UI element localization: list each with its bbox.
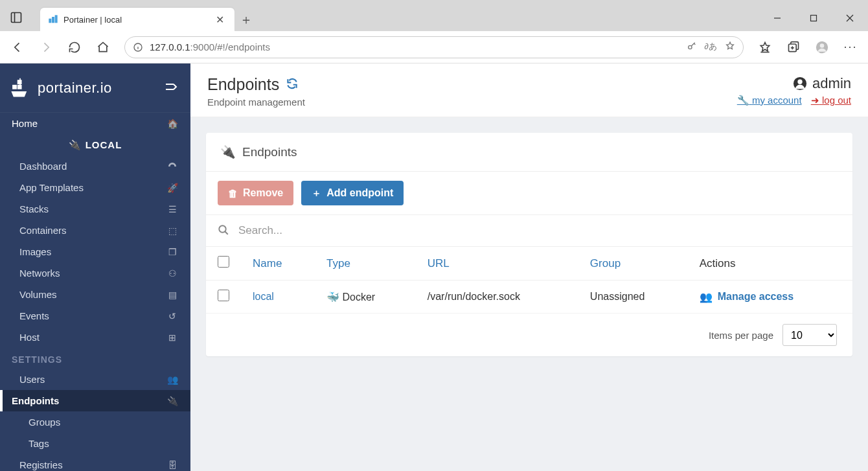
brand-icon — [9, 77, 31, 99]
plug-icon: 🔌 — [69, 139, 82, 151]
sidebar-item-groups[interactable]: Groups — [0, 411, 190, 433]
main-content: Endpoints Endpoint management admin 🔧 my… — [190, 63, 868, 471]
table-row: local 🐳 Docker /var/run/docker.sock Unas… — [206, 281, 852, 314]
refresh-icon[interactable] — [286, 75, 299, 94]
manage-access-link[interactable]: 👥Manage access — [700, 291, 794, 303]
new-tab-button[interactable]: ＋ — [234, 8, 258, 31]
nav-refresh[interactable] — [62, 35, 87, 60]
logout-link[interactable]: ➜ log out — [811, 95, 851, 106]
collections-icon[interactable] — [781, 35, 806, 60]
sidebar-item-images[interactable]: Images❐ — [0, 241, 190, 262]
svg-point-23 — [797, 80, 802, 84]
sidebar-header: portainer.io — [0, 63, 190, 113]
search-input[interactable] — [238, 224, 841, 237]
svg-rect-0 — [12, 13, 21, 23]
svg-rect-1 — [49, 19, 51, 23]
svg-rect-3 — [55, 15, 58, 23]
sitemap-icon: ⚇ — [166, 268, 179, 279]
sidebar-item-app-templates[interactable]: App Templates🚀 — [0, 177, 190, 198]
list-icon: ☰ — [166, 204, 179, 214]
profile-icon[interactable] — [810, 35, 834, 60]
users-icon: 👥 — [166, 374, 179, 385]
sidebar-item-endpoints[interactable]: Endpoints🔌 — [0, 390, 190, 411]
select-all-checkbox[interactable] — [218, 256, 229, 268]
col-name[interactable]: Name — [241, 247, 315, 281]
plus-icon: ＋ — [312, 187, 321, 200]
site-info-icon[interactable] — [133, 42, 143, 52]
window-maximize[interactable] — [795, 5, 832, 31]
nav-back[interactable] — [5, 35, 30, 60]
sidebar-toggle-icon[interactable] — [165, 82, 177, 94]
history-icon: ↺ — [166, 311, 179, 321]
browser-tab[interactable]: Portainer | local ✕ — [40, 8, 234, 31]
panel-header: 🔌 Endpoints — [206, 133, 852, 172]
rocket-icon: 🚀 — [166, 183, 179, 193]
translate-icon[interactable]: ∂あ — [705, 41, 717, 53]
add-favorite-icon[interactable] — [725, 41, 735, 53]
svg-point-24 — [219, 225, 226, 233]
current-user: admin — [737, 75, 851, 92]
favorites-icon[interactable] — [753, 35, 777, 60]
row-checkbox[interactable] — [218, 290, 229, 301]
col-actions: Actions — [688, 247, 852, 281]
clone-icon: ❐ — [166, 247, 179, 257]
hdd-icon: ▤ — [166, 290, 179, 300]
panel-footer: Items per page 10 — [206, 314, 852, 356]
items-per-page-select[interactable]: 10 — [782, 324, 837, 346]
col-url[interactable]: URL — [416, 247, 578, 281]
svg-point-11 — [688, 45, 691, 49]
sidebar-item-containers[interactable]: Containers⬚ — [0, 220, 190, 241]
remove-button[interactable]: 🗑Remove — [218, 181, 293, 205]
col-type[interactable]: Type — [315, 247, 416, 281]
svg-point-17 — [820, 43, 825, 48]
app-menu-icon[interactable] — [6, 8, 26, 27]
logout-icon: ➜ — [811, 95, 819, 106]
dashboard-icon — [166, 161, 179, 172]
svg-rect-19 — [17, 84, 22, 89]
sidebar-item-dashboard[interactable]: Dashboard — [0, 155, 190, 177]
page-header: Endpoints Endpoint management admin 🔧 my… — [190, 63, 868, 117]
browser-menu-icon[interactable]: ··· — [838, 35, 863, 60]
items-per-page-label: Items per page — [709, 330, 773, 341]
window-minimize[interactable] — [759, 5, 795, 31]
window-controls — [759, 5, 868, 31]
grid-icon: ⊞ — [166, 332, 179, 343]
plug-icon: 🔌 — [220, 144, 236, 159]
trash-icon: 🗑 — [228, 188, 238, 199]
sidebar-item-registries[interactable]: Registries🗄 — [0, 454, 190, 471]
brand[interactable]: portainer.io — [9, 77, 112, 99]
sidebar-item-users[interactable]: Users👥 — [0, 369, 190, 390]
brand-text: portainer.io — [38, 80, 112, 97]
sidebar-item-host[interactable]: Host⊞ — [0, 327, 190, 348]
sidebar-item-volumes[interactable]: Volumes▤ — [0, 284, 190, 305]
window-close[interactable] — [832, 5, 868, 31]
svg-rect-2 — [52, 17, 54, 23]
endpoint-type: Docker — [342, 292, 375, 303]
endpoints-table: Name Type URL Group Actions local 🐳 Dock… — [206, 247, 852, 314]
svg-rect-5 — [811, 16, 817, 21]
tab-close-icon[interactable]: ✕ — [213, 14, 227, 26]
user-icon — [793, 76, 807, 91]
add-endpoint-button[interactable]: ＋Add endpoint — [301, 181, 404, 205]
sidebar-item-networks[interactable]: Networks⚇ — [0, 262, 190, 284]
nav-home[interactable] — [91, 35, 115, 60]
endpoint-url: /var/run/docker.sock — [416, 281, 578, 314]
sidebar-item-stacks[interactable]: Stacks☰ — [0, 198, 190, 220]
database-icon: 🗄 — [166, 460, 179, 470]
sidebar-section-local: 🔌LOCAL — [0, 134, 190, 155]
sidebar-item-tags[interactable]: Tags — [0, 433, 190, 454]
endpoints-panel: 🔌 Endpoints 🗑Remove ＋Add endpoint Name — [206, 133, 852, 356]
password-icon[interactable] — [687, 41, 697, 53]
sidebar: portainer.io Home🏠 🔌LOCAL Dashboard App … — [0, 63, 190, 471]
address-bar[interactable]: 127.0.0.1:9000/#!/endpoints ∂あ — [124, 36, 744, 58]
sidebar-item-events[interactable]: Events↺ — [0, 305, 190, 327]
search-icon — [218, 224, 229, 238]
page-subtitle: Endpoint management — [207, 97, 305, 108]
page-title: Endpoints — [207, 75, 305, 94]
sidebar-item-home[interactable]: Home🏠 — [0, 113, 190, 134]
browser-navbar: 127.0.0.1:9000/#!/endpoints ∂あ ··· — [0, 31, 868, 63]
cubes-icon: ⬚ — [166, 225, 179, 236]
my-account-link[interactable]: 🔧 my account — [737, 95, 802, 106]
endpoint-name-link[interactable]: local — [253, 291, 274, 302]
col-group[interactable]: Group — [578, 247, 688, 281]
